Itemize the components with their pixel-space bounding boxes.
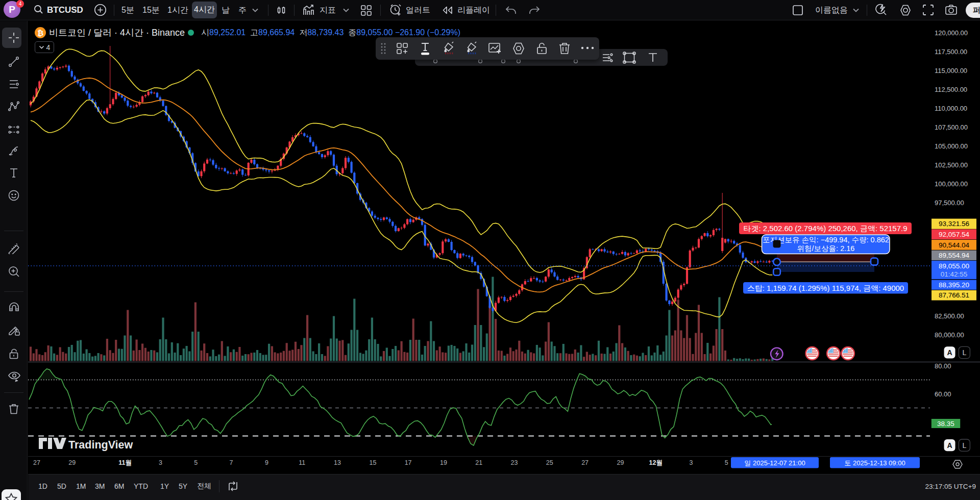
svg-text:89,055.00: 89,055.00 <box>939 262 969 270</box>
svg-text:93,321.56: 93,321.56 <box>939 220 969 228</box>
svg-text:80.00: 80.00 <box>935 362 951 370</box>
svg-text:5: 5 <box>194 459 198 466</box>
svg-text:9: 9 <box>265 459 268 466</box>
svg-text:82,500.00: 82,500.00 <box>935 312 964 320</box>
svg-text:88,395.20: 88,395.20 <box>939 281 969 289</box>
svg-text:102,500.00: 102,500.00 <box>935 161 968 169</box>
svg-text:토 2025-12-13 09:00: 토 2025-12-13 09:00 <box>844 459 905 467</box>
svg-text:90,544.04: 90,544.04 <box>939 241 970 249</box>
svg-text:23: 23 <box>511 459 518 466</box>
svg-text:5: 5 <box>725 459 728 466</box>
svg-text:포지션보유 손익: −499.94, 수량: 0.862: 포지션보유 손익: −499.94, 수량: 0.862 <box>763 236 889 244</box>
svg-text:117,500.00: 117,500.00 <box>935 48 967 56</box>
svg-text:3: 3 <box>159 459 162 466</box>
svg-text:13: 13 <box>334 459 341 466</box>
svg-text:92,057.54: 92,057.54 <box>939 231 970 238</box>
svg-text:15: 15 <box>369 459 376 466</box>
svg-text:19: 19 <box>440 459 447 466</box>
svg-text:107,500.00: 107,500.00 <box>935 123 968 131</box>
svg-text:110,000.00: 110,000.00 <box>935 105 967 112</box>
svg-text:29: 29 <box>617 459 624 466</box>
svg-text:21: 21 <box>475 459 482 466</box>
svg-text:100,000.00: 100,000.00 <box>935 180 968 188</box>
svg-text:29: 29 <box>68 459 76 466</box>
svg-text:17: 17 <box>405 459 412 466</box>
svg-text:25: 25 <box>546 459 553 466</box>
svg-text:115,000.00: 115,000.00 <box>935 67 967 74</box>
svg-text:01:42:55: 01:42:55 <box>941 270 968 278</box>
svg-text:타겟: 2,502.60 (2.794%) 250,260,: 타겟: 2,502.60 (2.794%) 250,260, 금액: 52157… <box>743 224 907 233</box>
svg-text:97,500.00: 97,500.00 <box>935 199 964 207</box>
svg-text:89,554.94: 89,554.94 <box>939 252 970 259</box>
svg-text:80,000.00: 80,000.00 <box>935 331 964 339</box>
svg-text:3: 3 <box>690 459 693 466</box>
svg-text:L: L <box>963 348 967 357</box>
svg-text:L: L <box>963 441 967 449</box>
svg-text:27: 27 <box>33 459 40 466</box>
svg-text:11월: 11월 <box>118 459 132 466</box>
svg-text:TradingView: TradingView <box>68 439 133 451</box>
svg-text:위험/보상율: 2.16: 위험/보상율: 2.16 <box>797 244 855 253</box>
svg-text:38.35: 38.35 <box>937 420 954 428</box>
svg-text:12월: 12월 <box>649 459 663 466</box>
svg-text:7: 7 <box>230 459 233 466</box>
svg-text:일 2025-12-07 21:00: 일 2025-12-07 21:00 <box>744 459 805 467</box>
svg-text:112,500.00: 112,500.00 <box>935 86 967 93</box>
svg-text:27: 27 <box>581 459 589 466</box>
svg-text:스탑: 1,159.74 (1.295%) 115,974,: 스탑: 1,159.74 (1.295%) 115,974, 금액: 49000 <box>747 284 904 292</box>
svg-text:11: 11 <box>299 459 305 466</box>
svg-text:87,766.51: 87,766.51 <box>939 291 969 299</box>
svg-text:105,000.00: 105,000.00 <box>935 142 968 150</box>
svg-text:120,000.00: 120,000.00 <box>935 29 968 37</box>
svg-text:A: A <box>947 441 952 449</box>
svg-text:60.00: 60.00 <box>935 390 951 398</box>
svg-text:A: A <box>947 348 952 357</box>
